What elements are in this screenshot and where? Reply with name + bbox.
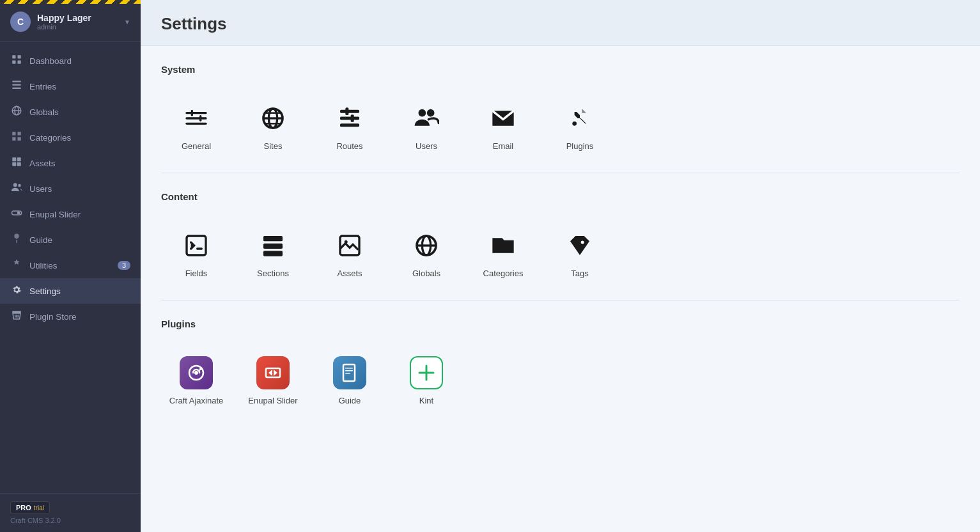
plugins-icon (563, 102, 596, 135)
sidebar-item-assets[interactable]: Assets (0, 150, 141, 176)
utilities-badge: 3 (118, 261, 130, 270)
svg-point-14 (13, 183, 17, 187)
plugin-kint-link[interactable]: Kint (391, 345, 462, 414)
sidebar-item-label: Dashboard (29, 56, 72, 66)
sidebar-item-settings[interactable]: Settings (0, 278, 141, 304)
svg-rect-49 (266, 368, 280, 377)
plugins-icon-grid: Craft Ajaxinate Enupal Slider (161, 345, 960, 414)
svg-point-15 (18, 184, 21, 187)
svg-rect-0 (12, 55, 15, 58)
content-globals-label: Globals (412, 269, 440, 278)
settings-sites-link[interactable]: Sites (238, 90, 308, 160)
warning-stripe (0, 0, 141, 4)
page-header: Settings (141, 0, 980, 46)
content-section: Content Fields (161, 173, 960, 301)
content-globals-icon (410, 229, 443, 262)
settings-users-icon (410, 102, 443, 135)
svg-rect-30 (340, 123, 359, 127)
plugin-guide-link[interactable]: Guide (315, 345, 385, 414)
svg-point-45 (581, 241, 584, 244)
content-area: System General (141, 46, 980, 453)
svg-rect-13 (17, 162, 21, 166)
sidebar-item-enupal-slider[interactable]: Enupal Slider (0, 201, 141, 227)
sidebar-item-label: Categories (29, 133, 71, 143)
content-assets-label: Assets (337, 269, 362, 278)
settings-routes-link[interactable]: Routes (315, 90, 385, 160)
sidebar-item-entries[interactable]: Entries (0, 74, 141, 99)
settings-general-link[interactable]: General (161, 90, 231, 160)
fields-icon (180, 229, 213, 262)
plugin-craft-ajaxinate-link[interactable]: Craft Ajaxinate (161, 345, 231, 414)
guide-icon (10, 233, 23, 247)
svg-rect-6 (12, 88, 21, 89)
globals-icon (10, 105, 23, 119)
svg-marker-51 (274, 370, 277, 376)
settings-categories-link[interactable]: Categories (468, 217, 538, 287)
email-label: Email (493, 141, 514, 151)
settings-icon (10, 284, 23, 298)
settings-users-link[interactable]: Users (391, 90, 462, 160)
svg-point-34 (427, 109, 435, 117)
svg-rect-2 (12, 61, 15, 64)
svg-rect-37 (263, 236, 283, 241)
sidebar-item-categories[interactable]: Categories (0, 125, 141, 150)
routes-icon (333, 102, 366, 135)
settings-sections-link[interactable]: Sections (238, 217, 308, 287)
svg-rect-3 (18, 61, 21, 64)
svg-point-47 (194, 371, 198, 375)
plugins-section-title: Plugins (161, 318, 960, 329)
brand-role: admin (37, 23, 91, 31)
settings-email-link[interactable]: Email (468, 90, 538, 160)
sidebar-item-label: Users (29, 184, 52, 194)
craft-ajaxinate-label: Craft Ajaxinate (169, 396, 224, 405)
kint-icon (410, 356, 443, 389)
svg-rect-38 (263, 244, 283, 249)
enupal-slider-icon (256, 356, 290, 389)
page-title: Settings (161, 14, 960, 34)
sections-icon (256, 229, 290, 262)
sidebar-item-label: Plugin Store (29, 312, 77, 322)
sidebar-item-label: Utilities (29, 261, 58, 270)
sidebar-item-users[interactable]: Users (0, 176, 141, 201)
trial-label: trial (34, 505, 44, 512)
content-assets-icon (333, 229, 366, 262)
settings-assets-link[interactable]: Assets (315, 217, 385, 287)
system-icon-grid: General Sites (161, 90, 960, 160)
sidebar-item-globals[interactable]: Globals (0, 99, 141, 125)
sidebar-nav: Dashboard Entries Globals Categories (0, 42, 141, 493)
craft-ajaxinate-icon (180, 356, 213, 389)
sidebar-item-label: Globals (29, 107, 59, 117)
sidebar-item-plugin-store[interactable]: Plugin Store (0, 304, 141, 329)
general-icon (180, 102, 213, 135)
settings-fields-link[interactable]: Fields (161, 217, 231, 287)
svg-rect-21 (191, 110, 193, 116)
settings-tags-link[interactable]: Tags (545, 217, 615, 287)
sidebar-item-guide[interactable]: Guide (0, 227, 141, 253)
svg-point-35 (572, 121, 577, 126)
pro-label: PRO (16, 504, 31, 512)
guide-plugin-label: Guide (339, 396, 361, 405)
version-label: Craft CMS 3.2.0 (10, 517, 130, 524)
svg-rect-32 (351, 114, 354, 122)
content-categories-icon (486, 229, 520, 262)
settings-plugins-link[interactable]: Plugins (545, 90, 615, 160)
content-section-title: Content (161, 191, 960, 202)
fields-label: Fields (185, 269, 208, 278)
assets-icon (10, 156, 23, 170)
svg-rect-53 (345, 368, 353, 369)
routes-label: Routes (336, 141, 362, 151)
svg-rect-4 (12, 81, 21, 82)
sidebar-item-utilities[interactable]: Utilities 3 (0, 253, 141, 278)
svg-rect-39 (263, 251, 283, 256)
sidebar-item-dashboard[interactable]: Dashboard (0, 48, 141, 74)
plugin-enupal-slider-link[interactable]: Enupal Slider (238, 345, 308, 414)
chevron-down-icon: ▼ (124, 19, 130, 26)
svg-rect-19 (185, 117, 206, 119)
plugin-store-icon (10, 309, 23, 324)
entries-icon (10, 79, 23, 93)
settings-globals-link[interactable]: Globals (391, 217, 462, 287)
avatar: C (10, 12, 31, 32)
sidebar-header[interactable]: C Happy Lager admin ▼ (0, 0, 141, 42)
enupal-slider-label: Enupal Slider (248, 396, 297, 405)
utilities-icon (10, 258, 23, 272)
